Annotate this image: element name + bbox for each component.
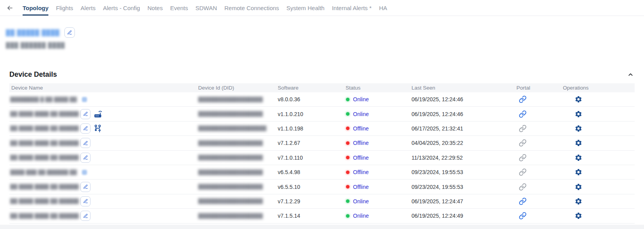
column-header-operations: Operations bbox=[561, 85, 635, 91]
status-link[interactable]: Offline bbox=[353, 125, 369, 132]
last-seen-value: 06/19/2025, 12:24:47 bbox=[412, 198, 463, 204]
pencil-icon bbox=[83, 199, 88, 204]
operations-button[interactable] bbox=[575, 197, 582, 205]
info-icon bbox=[82, 170, 87, 175]
edit-device-name-button[interactable] bbox=[80, 138, 90, 148]
tab-ha[interactable]: HA bbox=[379, 0, 387, 16]
edit-device-name-button[interactable] bbox=[80, 196, 90, 206]
operations-button[interactable] bbox=[575, 183, 582, 191]
portal-link-button bbox=[519, 139, 527, 147]
operations-button[interactable] bbox=[575, 139, 582, 147]
device-name-redacted: ████████ █ ██ ████ ██ bbox=[10, 97, 79, 102]
device-name-redacted: ██ ████ ████ ██ ██████ bbox=[10, 111, 79, 117]
top-nav: TopologyFlightsAlertsAlerts - ConfigNote… bbox=[0, 0, 644, 16]
link-icon bbox=[519, 154, 527, 162]
tab-events[interactable]: Events bbox=[170, 0, 188, 16]
back-arrow-icon bbox=[6, 4, 14, 12]
edit-device-name-button[interactable] bbox=[80, 182, 90, 192]
status-cell: Offline bbox=[344, 140, 410, 146]
device-id-redacted: ██████████████████ bbox=[198, 169, 263, 175]
pencil-icon bbox=[83, 155, 88, 160]
tab-system-health[interactable]: System Health bbox=[286, 0, 325, 16]
tab-alerts-config[interactable]: Alerts - Config bbox=[103, 0, 140, 16]
device-name-redacted: ████ ███ ██ ██████ ██ bbox=[10, 169, 79, 175]
status-link[interactable]: Online bbox=[353, 213, 369, 219]
software-version: v7.1.2.29 bbox=[278, 198, 300, 204]
device-name-cell: ██ ████ ████ ██ ██████ bbox=[9, 153, 196, 163]
last-seen-cell: 04/04/2025, 20:35:22 bbox=[410, 140, 514, 146]
collapse-section-button[interactable] bbox=[626, 70, 635, 79]
software-cell: v6.5.4.98 bbox=[276, 169, 344, 175]
operations-button[interactable] bbox=[575, 110, 582, 118]
tab-alerts[interactable]: Alerts bbox=[81, 0, 96, 16]
portal-link-button[interactable] bbox=[519, 95, 527, 103]
portal-link-button[interactable] bbox=[519, 197, 527, 205]
link-icon bbox=[519, 95, 527, 103]
portal-cell bbox=[514, 139, 561, 147]
software-version: v6.5.4.98 bbox=[278, 169, 300, 175]
back-button[interactable] bbox=[5, 4, 14, 12]
operations-button[interactable] bbox=[575, 125, 582, 132]
online-dot-icon bbox=[346, 199, 349, 203]
device-name-redacted: ██ ████ ████ ██ ██████ bbox=[10, 140, 79, 146]
portal-cell bbox=[514, 125, 561, 132]
edit-device-name-button[interactable] bbox=[80, 153, 90, 163]
tab-flights[interactable]: Flights bbox=[56, 0, 73, 16]
software-cell: v7.1.5.14 bbox=[276, 213, 344, 219]
last-seen-value: 06/19/2025, 12:24:49 bbox=[412, 213, 463, 219]
device-title-link-redacted[interactable]: ██ █████ ████ bbox=[6, 29, 60, 36]
link-icon bbox=[519, 183, 527, 191]
device-name-redacted: ██ ████ ████ ██ ██████ bbox=[10, 184, 79, 190]
status-link[interactable]: Offline bbox=[353, 184, 369, 190]
operations-button[interactable] bbox=[575, 154, 582, 162]
software-version: v7.1.2.67 bbox=[278, 140, 300, 146]
edit-device-name-button[interactable] bbox=[80, 109, 90, 119]
software-version: v1.1.0.210 bbox=[278, 111, 303, 117]
link-icon bbox=[519, 212, 527, 220]
page-bottom-strip bbox=[0, 225, 644, 229]
device-name-redacted: ██ ████ ████ ██ ██████ bbox=[10, 198, 79, 204]
device-id-redacted: ██████████████████ bbox=[198, 111, 263, 117]
operations-cell bbox=[561, 168, 635, 176]
device-name-cell: ████████ █ ██ ████ ██ bbox=[9, 97, 196, 102]
device-id-cell: ██████████████████ bbox=[196, 111, 276, 117]
operations-button[interactable] bbox=[575, 212, 582, 220]
tab-notes[interactable]: Notes bbox=[147, 0, 163, 16]
operations-cell bbox=[561, 212, 635, 220]
status-link[interactable]: Offline bbox=[353, 155, 369, 161]
gear-icon bbox=[575, 139, 582, 147]
device-id-redacted: ██████████████████ bbox=[198, 155, 263, 160]
software-cell: v8.0.0.36 bbox=[276, 96, 344, 102]
portal-link-button[interactable] bbox=[519, 212, 527, 220]
status-link[interactable]: Online bbox=[353, 111, 369, 117]
gear-icon bbox=[575, 183, 582, 191]
status-cell: Online bbox=[344, 213, 410, 219]
edit-device-name-button[interactable] bbox=[80, 211, 90, 221]
status-link[interactable]: Online bbox=[353, 198, 369, 204]
device-id-cell: ███████████████████ bbox=[196, 125, 276, 131]
portal-link-button[interactable] bbox=[519, 110, 527, 118]
device-name-cell: ██ ████ ████ ██ ██████ bbox=[9, 196, 196, 206]
tab-topology[interactable]: Topology bbox=[23, 0, 48, 16]
status-link[interactable]: Online bbox=[353, 96, 369, 102]
link-icon bbox=[519, 110, 527, 118]
gear-icon bbox=[575, 125, 582, 132]
tab-internal-alerts[interactable]: Internal Alerts * bbox=[332, 0, 372, 16]
portal-link-button bbox=[519, 154, 527, 162]
device-table-body: ████████ █ ██ ████ ████████████████████v… bbox=[9, 92, 635, 224]
operations-button[interactable] bbox=[575, 95, 582, 103]
status-cell: Online bbox=[344, 96, 410, 102]
operations-button[interactable] bbox=[575, 168, 582, 176]
status-link[interactable]: Offline bbox=[353, 140, 369, 146]
edit-title-button[interactable] bbox=[64, 27, 75, 38]
tab-sdwan[interactable]: SDWAN bbox=[195, 0, 217, 16]
device-details-header: Device Details bbox=[9, 70, 635, 79]
device-id-cell: ██████████████████ bbox=[196, 140, 276, 146]
status-link[interactable]: Offline bbox=[353, 169, 369, 175]
device-id-redacted: ███████████████████ bbox=[198, 125, 266, 131]
last-seen-cell: 09/23/2024, 19:55:53 bbox=[410, 169, 514, 175]
edit-device-name-button[interactable] bbox=[80, 123, 90, 134]
operations-cell bbox=[561, 154, 635, 162]
tab-remote-connections[interactable]: Remote Connections bbox=[224, 0, 279, 16]
device-name-cell: ██ ████ ████ ██ ███████ bbox=[9, 211, 196, 221]
